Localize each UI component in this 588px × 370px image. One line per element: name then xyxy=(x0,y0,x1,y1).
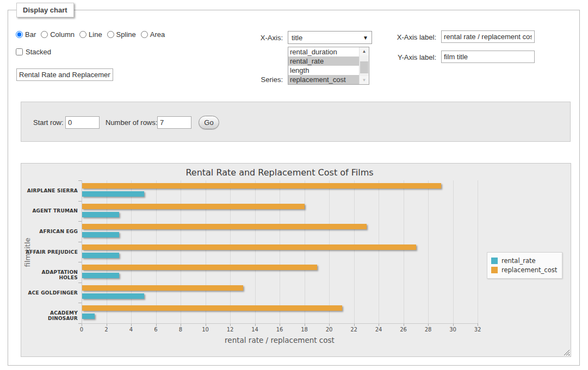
y-axis-tick xyxy=(78,323,82,324)
scroll-up-icon[interactable]: ▲ xyxy=(360,47,369,55)
legend-item: replacement_cost xyxy=(491,266,557,274)
x-axis-select[interactable]: title ▼ xyxy=(288,31,372,44)
y-axis-tick xyxy=(78,180,82,181)
bar-rental_rate xyxy=(82,191,144,197)
bar-rental_rate xyxy=(82,313,95,319)
gridline xyxy=(181,180,181,323)
gridline xyxy=(107,180,107,323)
x-axis-line xyxy=(82,323,478,324)
bar-replacement_cost xyxy=(82,305,342,311)
legend-swatch-replacement_cost xyxy=(491,267,498,273)
category-label: AIRPLANE SIERRA xyxy=(21,188,78,193)
chart-type-area[interactable]: Area xyxy=(141,30,165,39)
go-button[interactable]: Go xyxy=(199,116,219,129)
bar-rental_rate xyxy=(82,293,144,299)
x-tick-label: 12 xyxy=(222,327,238,333)
x-axis-tick xyxy=(478,323,478,326)
row-range-panel: Start row: Number of rows: Go xyxy=(21,102,571,142)
start-row-label: Start row: xyxy=(33,118,64,127)
number-of-rows-label: Number of rows: xyxy=(106,118,157,127)
gridline xyxy=(255,180,256,323)
gridline xyxy=(329,180,330,323)
x-tick-label: 30 xyxy=(445,327,461,333)
chart-type-label: Spline xyxy=(116,30,136,39)
scrollbar-thumb[interactable] xyxy=(360,61,368,73)
series-options: rental_durationrental_ratelengthreplacem… xyxy=(288,47,359,84)
category-label: AGENT TRUMAN xyxy=(21,208,78,214)
chart-type-radio-column[interactable] xyxy=(41,31,48,38)
y-axis-label-field-label: Y-Axis label: xyxy=(398,53,436,61)
series-option-replacement_cost[interactable]: replacement_cost xyxy=(288,75,359,84)
resize-grip-icon[interactable] xyxy=(564,349,570,355)
y-axis-label-input[interactable] xyxy=(441,51,535,63)
chart-type-column[interactable]: Column xyxy=(41,30,75,39)
chart-type-radio-spline[interactable] xyxy=(107,31,114,38)
chart-type-radio-bar[interactable] xyxy=(16,31,23,38)
category-label: ADAPTATION HOLES xyxy=(21,269,78,280)
stacked-checkbox-row[interactable]: Stacked xyxy=(16,48,51,56)
stacked-checkbox[interactable] xyxy=(16,48,23,55)
bar-replacement_cost xyxy=(82,244,416,250)
chart-x-axis-title: rental rate / replacement cost xyxy=(82,336,478,344)
scroll-down-icon[interactable]: ▼ xyxy=(360,76,369,84)
chart-type-radio-line[interactable] xyxy=(79,31,86,38)
bar-replacement_cost xyxy=(82,265,317,270)
series-list-scrollbar[interactable]: ▲ ▼ xyxy=(359,47,369,84)
bar-replacement_cost xyxy=(82,224,367,229)
x-tick-label: 4 xyxy=(123,327,139,333)
x-tick-label: 10 xyxy=(197,327,214,333)
legend-label: replacement_cost xyxy=(502,266,557,274)
bar-replacement_cost xyxy=(82,204,305,209)
gridline xyxy=(206,180,206,323)
x-tick-label: 26 xyxy=(395,327,412,333)
legend-label: rental_rate xyxy=(502,257,536,265)
chart-type-label: Area xyxy=(150,30,165,39)
gridline xyxy=(453,180,454,323)
series-option-rental_rate[interactable]: rental_rate xyxy=(288,57,359,66)
chart-title: Rental Rate and Replacement Cost of Film… xyxy=(82,167,478,178)
x-tick-label: 28 xyxy=(420,327,436,333)
chart-type-radio-area[interactable] xyxy=(141,31,148,38)
chart-type-bar[interactable]: Bar xyxy=(16,30,36,39)
series-option-length[interactable]: length xyxy=(288,66,359,75)
number-of-rows-input[interactable] xyxy=(157,116,191,129)
x-axis-label-field-label: X-Axis label: xyxy=(397,33,436,41)
legend-item: rental_rate xyxy=(491,257,557,265)
chart-title-input[interactable] xyxy=(16,68,113,81)
stacked-label: Stacked xyxy=(26,48,51,56)
series-listbox[interactable]: rental_durationrental_ratelengthreplacem… xyxy=(288,47,369,85)
category-label: AFRICAN EGG xyxy=(21,229,78,234)
x-axis-selected-value: title xyxy=(292,34,302,42)
y-axis-tick xyxy=(78,262,82,262)
x-tick-label: 6 xyxy=(148,327,164,333)
bar-rental_rate xyxy=(82,273,119,278)
chart-type-radio-group: BarColumnLineSplineArea xyxy=(16,30,165,39)
gridline xyxy=(478,180,478,323)
y-axis-tick xyxy=(78,201,82,202)
gridline xyxy=(156,180,157,323)
x-tick-label: 8 xyxy=(172,327,189,333)
x-tick-label: 18 xyxy=(296,327,313,333)
chart-type-label: Column xyxy=(50,30,75,39)
x-tick-label: 14 xyxy=(247,327,263,333)
bar-replacement_cost xyxy=(82,183,441,189)
fieldset-legend: Display chart xyxy=(16,3,74,17)
bar-replacement_cost xyxy=(82,285,243,291)
category-label: AFFAIR PREJUDICE xyxy=(21,249,78,255)
bar-rental_rate xyxy=(82,253,119,258)
x-axis-select-label: X-Axis: xyxy=(261,34,283,42)
y-axis-tick xyxy=(78,303,82,303)
series-option-rental_duration[interactable]: rental_duration xyxy=(288,47,359,57)
category-label: ACADEMY DINOSAUR xyxy=(21,310,78,321)
chevron-down-icon: ▼ xyxy=(363,35,368,41)
start-row-input[interactable] xyxy=(65,116,100,129)
y-axis-tick xyxy=(78,283,82,283)
chart-type-label: Bar xyxy=(25,30,36,39)
chart-type-spline[interactable]: Spline xyxy=(107,30,136,39)
gridline xyxy=(354,180,355,323)
display-chart-fieldset: Display chart BarColumnLineSplineArea St… xyxy=(8,10,580,366)
chart-type-line[interactable]: Line xyxy=(79,30,102,39)
x-tick-label: 0 xyxy=(73,327,90,333)
x-axis-label-input[interactable] xyxy=(441,30,535,43)
gridline xyxy=(305,180,305,323)
